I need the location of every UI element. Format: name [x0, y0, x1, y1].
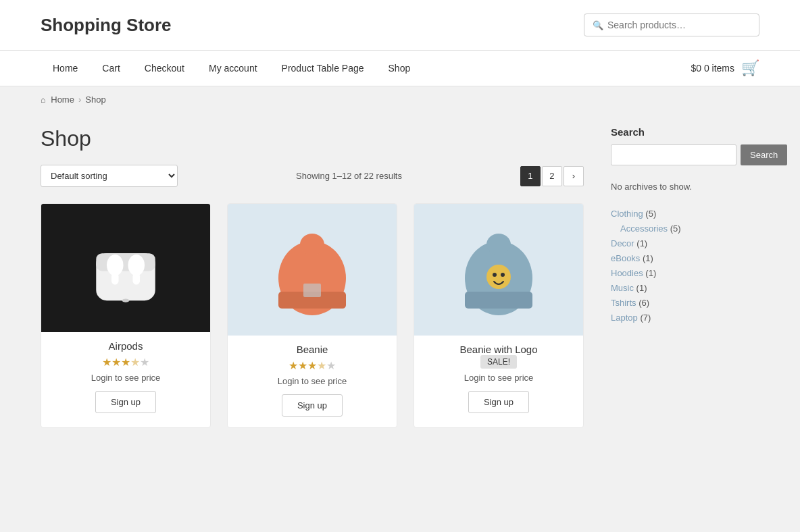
breadcrumb-separator: › [78, 95, 81, 105]
shop-title: Shop [41, 126, 584, 151]
nav-item-product-table[interactable]: Product Table Page [270, 51, 376, 86]
category-link-decor[interactable]: Decor (1) [611, 238, 647, 248]
sidebar-search-title: Search [611, 126, 759, 138]
breadcrumb: ⌂ Home › Shop [0, 86, 800, 113]
cart-area: $0 0 items 🛒 [691, 59, 759, 77]
svg-rect-9 [303, 284, 321, 297]
sidebar-search-widget: Search Search [611, 126, 759, 165]
svg-rect-3 [111, 273, 119, 285]
cart-icon[interactable]: 🛒 [741, 59, 759, 77]
page-1-btn[interactable]: 1 [520, 166, 541, 186]
svg-point-16 [486, 234, 511, 255]
page-2-btn[interactable]: 2 [542, 166, 562, 186]
product-rating-airpods: ★ ★ ★ ★ ★ [102, 356, 149, 369]
product-price-airpods: Login to see price [91, 373, 161, 383]
breadcrumb-current: Shop [85, 95, 105, 105]
category-link-ebooks[interactable]: eBooks (1) [611, 253, 653, 263]
site-nav: Home Cart Checkout My account Product Ta… [0, 51, 800, 86]
nav-item-home[interactable]: Home [41, 51, 90, 86]
header-search-input[interactable] [607, 20, 751, 30]
sidebar-search-input[interactable] [611, 144, 736, 165]
svg-point-15 [501, 273, 505, 277]
site-header: Shopping Store 🔍 [0, 0, 800, 51]
sale-badge-beanie-logo: SALE! [480, 355, 517, 369]
nav-item-checkout[interactable]: Checkout [132, 51, 197, 86]
sidebar-search-button[interactable]: Search [741, 144, 787, 165]
product-price-beanie: Login to see price [278, 376, 347, 386]
nav-links: Home Cart Checkout My account Product Ta… [41, 51, 422, 86]
shop-controls: Default sorting Sort by popularity Sort … [41, 165, 584, 187]
svg-rect-12 [465, 292, 532, 309]
nav-item-shop[interactable]: Shop [376, 51, 423, 86]
sidebar: Search Search No archives to show. Cloth… [611, 126, 759, 491]
svg-point-2 [107, 255, 124, 276]
category-item-laptop: Laptop (7) [611, 312, 759, 323]
search-icon: 🔍 [593, 20, 603, 30]
category-link-clothing[interactable]: Clothing (5) [611, 209, 656, 219]
category-link-laptop[interactable]: Laptop (7) [611, 313, 651, 323]
product-image-beanie[interactable] [228, 204, 397, 336]
product-name-airpods[interactable]: Airpods [109, 340, 143, 352]
category-link-hoodies[interactable]: Hoodies (1) [611, 268, 656, 278]
page-next-btn[interactable]: › [564, 166, 584, 186]
category-item-ebooks: eBooks (1) [611, 252, 759, 263]
category-link-music[interactable]: Music (1) [611, 283, 647, 293]
header-search-bar: 🔍 [584, 14, 759, 36]
sign-up-btn-beanie-logo[interactable]: Sign up [468, 391, 529, 413]
product-price-beanie-logo: Login to see price [464, 373, 534, 383]
category-item-decor: Decor (1) [611, 238, 759, 248]
nav-item-cart[interactable]: Cart [90, 51, 132, 86]
sign-up-btn-airpods[interactable]: Sign up [95, 391, 156, 413]
category-link-accessories[interactable]: Accessories (5) [620, 223, 681, 234]
main-content: Shop Default sorting Sort by popularity … [0, 113, 800, 518]
product-card-beanie: Beanie ★ ★ ★ ★ ★ Login to see price Sign… [227, 203, 397, 428]
svg-rect-1 [96, 253, 155, 271]
svg-point-6 [122, 299, 130, 302]
results-count: Showing 1–12 of 22 results [296, 171, 402, 181]
sort-select[interactable]: Default sorting Sort by popularity Sort … [41, 165, 178, 187]
svg-point-4 [128, 255, 145, 276]
svg-point-14 [493, 273, 497, 277]
product-name-beanie-logo[interactable]: Beanie with Logo [459, 344, 537, 355]
home-icon: ⌂ [41, 95, 45, 105]
product-name-beanie[interactable]: Beanie [297, 344, 328, 355]
no-archives-text: No archives to show. [611, 182, 759, 192]
site-title: Shopping Store [41, 15, 172, 36]
sidebar-search-row: Search [611, 144, 759, 165]
svg-point-13 [486, 265, 511, 289]
category-item-accessories: Accessories (5) [611, 223, 759, 234]
category-item-clothing: Clothing (5) [611, 208, 759, 219]
category-list: Clothing (5) Accessories (5) Decor (1) e… [611, 208, 759, 323]
svg-point-10 [300, 234, 324, 255]
breadcrumb-home-link[interactable]: Home [51, 95, 74, 105]
nav-item-my-account[interactable]: My account [197, 51, 270, 86]
product-image-airpods[interactable] [41, 204, 210, 332]
product-grid: Airpods ★ ★ ★ ★ ★ Login to see price Sig… [41, 203, 584, 428]
cart-price: $0 0 items [691, 63, 734, 74]
pagination: 1 2 › [520, 166, 584, 186]
product-card-beanie-logo: Beanie with Logo SALE! Login to see pric… [414, 203, 584, 428]
category-link-tshirts[interactable]: Tshirts (6) [611, 298, 649, 308]
category-item-tshirts: Tshirts (6) [611, 297, 759, 308]
product-image-beanie-logo[interactable] [414, 204, 583, 336]
svg-rect-5 [133, 273, 141, 285]
product-card-airpods: Airpods ★ ★ ★ ★ ★ Login to see price Sig… [41, 203, 211, 428]
category-item-music: Music (1) [611, 282, 759, 293]
category-item-hoodies: Hoodies (1) [611, 267, 759, 278]
product-rating-beanie: ★ ★ ★ ★ ★ [289, 359, 336, 372]
sign-up-btn-beanie[interactable]: Sign up [282, 394, 343, 417]
shop-area: Shop Default sorting Sort by popularity … [41, 126, 584, 491]
